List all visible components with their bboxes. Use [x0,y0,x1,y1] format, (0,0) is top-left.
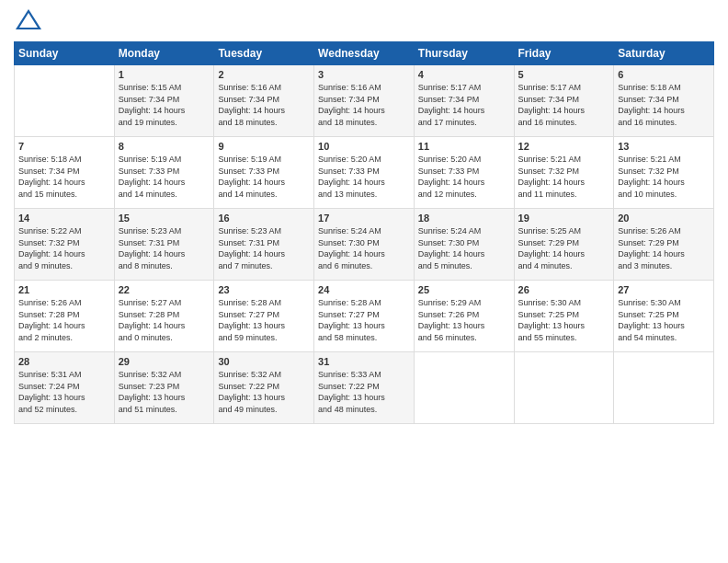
calendar-cell: 9Sunrise: 5:19 AMSunset: 7:33 PMDaylight… [214,137,314,209]
main-container: SundayMondayTuesdayWednesdayThursdayFrid… [0,0,728,433]
day-number: 23 [218,284,310,295]
day-number: 6 [618,69,710,80]
day-info: Sunrise: 5:26 AMSunset: 7:28 PMDaylight:… [18,297,110,343]
calendar-cell: 18Sunrise: 5:24 AMSunset: 7:30 PMDayligh… [414,209,514,281]
day-info: Sunrise: 5:20 AMSunset: 7:33 PMDaylight:… [318,154,410,200]
day-number: 7 [18,141,110,152]
calendar-cell [614,352,714,424]
calendar-cell: 2Sunrise: 5:16 AMSunset: 7:34 PMDaylight… [214,65,314,137]
day-info: Sunrise: 5:20 AMSunset: 7:33 PMDaylight:… [418,154,510,200]
day-number: 14 [18,213,110,224]
day-info: Sunrise: 5:33 AMSunset: 7:22 PMDaylight:… [318,369,410,415]
day-number: 12 [518,141,610,152]
calendar-cell: 3Sunrise: 5:16 AMSunset: 7:34 PMDaylight… [314,65,415,137]
calendar-cell: 25Sunrise: 5:29 AMSunset: 7:26 PMDayligh… [414,281,514,352]
day-info: Sunrise: 5:29 AMSunset: 7:26 PMDaylight:… [418,297,510,343]
calendar-cell: 13Sunrise: 5:21 AMSunset: 7:32 PMDayligh… [614,137,714,209]
header [14,9,714,34]
weekday-header: Monday [114,42,214,65]
calendar-cell: 10Sunrise: 5:20 AMSunset: 7:33 PMDayligh… [314,137,415,209]
weekday-header: Saturday [614,42,714,65]
day-number: 8 [119,141,210,152]
weekday-header: Thursday [414,42,514,65]
day-info: Sunrise: 5:26 AMSunset: 7:29 PMDaylight:… [618,225,710,271]
calendar-cell: 24Sunrise: 5:28 AMSunset: 7:27 PMDayligh… [314,281,415,352]
day-number: 21 [18,284,110,295]
day-info: Sunrise: 5:30 AMSunset: 7:25 PMDaylight:… [518,297,610,343]
day-number: 1 [119,69,210,80]
calendar-header-row: SundayMondayTuesdayWednesdayThursdayFrid… [15,42,714,65]
calendar-cell: 1Sunrise: 5:15 AMSunset: 7:34 PMDaylight… [114,65,214,137]
day-info: Sunrise: 5:18 AMSunset: 7:34 PMDaylight:… [18,154,110,200]
calendar-cell: 8Sunrise: 5:19 AMSunset: 7:33 PMDaylight… [114,137,214,209]
calendar-cell [414,352,514,424]
day-number: 27 [618,284,710,295]
calendar-cell: 20Sunrise: 5:26 AMSunset: 7:29 PMDayligh… [614,209,714,281]
day-number: 10 [318,141,410,152]
weekday-header: Friday [514,42,614,65]
calendar-cell: 6Sunrise: 5:18 AMSunset: 7:34 PMDaylight… [614,65,714,137]
day-info: Sunrise: 5:24 AMSunset: 7:30 PMDaylight:… [418,225,510,271]
logo [14,9,41,34]
day-info: Sunrise: 5:19 AMSunset: 7:33 PMDaylight:… [119,154,210,200]
calendar-cell: 31Sunrise: 5:33 AMSunset: 7:22 PMDayligh… [314,352,415,424]
day-number: 18 [418,213,510,224]
day-info: Sunrise: 5:23 AMSunset: 7:31 PMDaylight:… [119,225,210,271]
calendar-cell: 4Sunrise: 5:17 AMSunset: 7:34 PMDaylight… [414,65,514,137]
day-number: 16 [218,213,310,224]
calendar-week-row: 14Sunrise: 5:22 AMSunset: 7:32 PMDayligh… [15,209,714,281]
day-number: 13 [618,141,710,152]
day-info: Sunrise: 5:21 AMSunset: 7:32 PMDaylight:… [618,154,710,200]
weekday-header: Sunday [15,42,115,65]
calendar-cell: 19Sunrise: 5:25 AMSunset: 7:29 PMDayligh… [514,209,614,281]
day-info: Sunrise: 5:19 AMSunset: 7:33 PMDaylight:… [218,154,310,200]
calendar-cell: 21Sunrise: 5:26 AMSunset: 7:28 PMDayligh… [15,281,115,352]
day-number: 19 [518,213,610,224]
calendar-cell: 30Sunrise: 5:32 AMSunset: 7:22 PMDayligh… [214,352,314,424]
day-number: 5 [518,69,610,80]
calendar-cell: 5Sunrise: 5:17 AMSunset: 7:34 PMDaylight… [514,65,614,137]
day-info: Sunrise: 5:15 AMSunset: 7:34 PMDaylight:… [119,82,210,128]
calendar-cell: 22Sunrise: 5:27 AMSunset: 7:28 PMDayligh… [114,281,214,352]
calendar-cell [514,352,614,424]
day-number: 24 [318,284,410,295]
day-info: Sunrise: 5:32 AMSunset: 7:22 PMDaylight:… [218,369,310,415]
day-number: 22 [119,284,210,295]
calendar-cell: 7Sunrise: 5:18 AMSunset: 7:34 PMDaylight… [15,137,115,209]
calendar-cell: 16Sunrise: 5:23 AMSunset: 7:31 PMDayligh… [214,209,314,281]
calendar-cell: 29Sunrise: 5:32 AMSunset: 7:23 PMDayligh… [114,352,214,424]
day-number: 30 [218,356,310,367]
day-number: 29 [119,356,210,367]
day-number: 11 [418,141,510,152]
day-info: Sunrise: 5:16 AMSunset: 7:34 PMDaylight:… [218,82,310,128]
calendar-week-row: 7Sunrise: 5:18 AMSunset: 7:34 PMDaylight… [15,137,714,209]
calendar-cell: 11Sunrise: 5:20 AMSunset: 7:33 PMDayligh… [414,137,514,209]
calendar-cell: 26Sunrise: 5:30 AMSunset: 7:25 PMDayligh… [514,281,614,352]
day-number: 9 [218,141,310,152]
calendar-week-row: 28Sunrise: 5:31 AMSunset: 7:24 PMDayligh… [15,352,714,424]
day-info: Sunrise: 5:24 AMSunset: 7:30 PMDaylight:… [318,225,410,271]
day-info: Sunrise: 5:28 AMSunset: 7:27 PMDaylight:… [218,297,310,343]
calendar-cell: 27Sunrise: 5:30 AMSunset: 7:25 PMDayligh… [614,281,714,352]
day-number: 3 [318,69,410,80]
weekday-header: Tuesday [214,42,314,65]
day-info: Sunrise: 5:23 AMSunset: 7:31 PMDaylight:… [218,225,310,271]
day-info: Sunrise: 5:22 AMSunset: 7:32 PMDaylight:… [18,225,110,271]
day-number: 26 [518,284,610,295]
day-info: Sunrise: 5:27 AMSunset: 7:28 PMDaylight:… [119,297,210,343]
day-info: Sunrise: 5:31 AMSunset: 7:24 PMDaylight:… [18,369,110,415]
day-number: 15 [119,213,210,224]
day-info: Sunrise: 5:16 AMSunset: 7:34 PMDaylight:… [318,82,410,128]
day-info: Sunrise: 5:28 AMSunset: 7:27 PMDaylight:… [318,297,410,343]
calendar-cell: 17Sunrise: 5:24 AMSunset: 7:30 PMDayligh… [314,209,415,281]
day-number: 28 [18,356,110,367]
day-info: Sunrise: 5:21 AMSunset: 7:32 PMDaylight:… [518,154,610,200]
day-number: 20 [618,213,710,224]
logo-text [14,9,41,34]
calendar-cell: 28Sunrise: 5:31 AMSunset: 7:24 PMDayligh… [15,352,115,424]
calendar-cell [15,65,115,137]
day-info: Sunrise: 5:25 AMSunset: 7:29 PMDaylight:… [518,225,610,271]
calendar-table: SundayMondayTuesdayWednesdayThursdayFrid… [14,41,714,424]
day-info: Sunrise: 5:17 AMSunset: 7:34 PMDaylight:… [518,82,610,128]
day-number: 25 [418,284,510,295]
